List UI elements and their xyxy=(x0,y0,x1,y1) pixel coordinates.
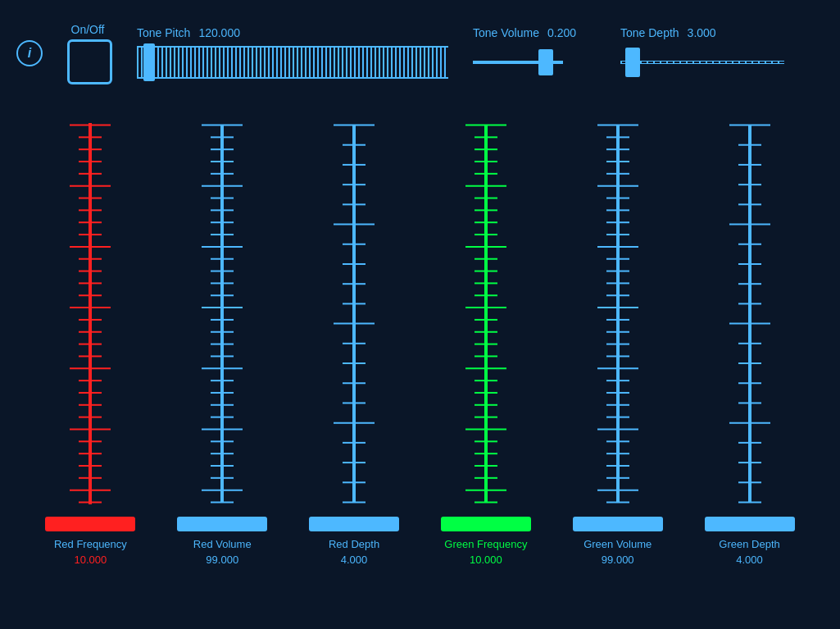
top-bar: i On/Off Tone Pitch 120.000 Tone Volume … xyxy=(0,0,840,107)
green-depth-group: Green Depth 4.000 xyxy=(705,123,795,566)
green-depth-ticks xyxy=(713,123,787,513)
tone-pitch-group: Tone Pitch 120.000 xyxy=(137,26,448,80)
tone-volume-label: Tone Volume xyxy=(473,26,539,39)
tone-volume-track xyxy=(473,44,596,80)
red-depth-name: Red Depth xyxy=(329,538,379,550)
red-volume-value: 99.000 xyxy=(206,554,238,566)
tone-depth-label: Tone Depth xyxy=(620,26,679,39)
green-frequency-value: 10.000 xyxy=(470,554,502,566)
green-frequency-slider[interactable] xyxy=(449,123,523,513)
red-depth-value: 4.000 xyxy=(341,554,368,566)
info-icon[interactable]: i xyxy=(16,40,43,66)
green-volume-name: Green Volume xyxy=(583,538,652,550)
tone-depth-group: Tone Depth 3.000 xyxy=(620,26,792,80)
green-freq-ticks xyxy=(449,123,523,513)
red-volume-slider[interactable] xyxy=(185,123,259,513)
red-depth-slider[interactable] xyxy=(317,123,391,513)
sliders-area: /* ticks drawn below */ Red Frequency 10… xyxy=(0,107,840,582)
green-depth-value: 4.000 xyxy=(736,554,763,566)
tone-pitch-thumb[interactable] xyxy=(143,43,155,81)
green-volume-handle[interactable] xyxy=(573,517,663,531)
green-volume-value: 99.000 xyxy=(602,554,634,566)
on-off-label: On/Off xyxy=(71,23,105,36)
green-depth-handle[interactable] xyxy=(705,517,795,531)
red-depth-handle[interactable] xyxy=(309,517,399,531)
tone-depth-track xyxy=(620,44,792,80)
green-volume-group: Green Volume 99.000 xyxy=(573,123,663,566)
tone-volume-value: 0.200 xyxy=(547,26,576,39)
red-volume-name: Red Volume xyxy=(193,538,252,550)
tone-pitch-value: 120.000 xyxy=(198,26,240,39)
tone-volume-group: Tone Volume 0.200 xyxy=(473,26,596,80)
green-depth-slider[interactable] xyxy=(713,123,787,513)
on-off-section: On/Off xyxy=(67,23,112,84)
red-frequency-name: Red Frequency xyxy=(54,538,127,550)
red-frequency-group: /* ticks drawn below */ Red Frequency 10… xyxy=(45,123,135,566)
red-freq-ticks xyxy=(53,123,127,513)
on-off-button[interactable] xyxy=(67,39,112,84)
green-frequency-group: Green Frequency 10.000 xyxy=(441,123,531,566)
red-depth-group: Red Depth 4.000 xyxy=(309,123,399,566)
red-depth-ticks xyxy=(317,123,391,513)
green-frequency-handle[interactable] xyxy=(441,517,531,531)
red-volume-handle[interactable] xyxy=(177,517,267,531)
tone-volume-thumb[interactable] xyxy=(538,49,553,75)
green-depth-name: Green Depth xyxy=(719,538,779,550)
tone-pitch-label: Tone Pitch xyxy=(137,26,190,39)
red-frequency-slider[interactable]: /* ticks drawn below */ xyxy=(53,123,127,513)
tone-pitch-track xyxy=(137,44,448,80)
tone-depth-thumb[interactable] xyxy=(625,48,640,77)
green-volume-slider[interactable] xyxy=(581,123,655,513)
green-vol-ticks xyxy=(581,123,655,513)
red-vol-ticks xyxy=(185,123,259,513)
tone-depth-value: 3.000 xyxy=(688,26,716,39)
red-frequency-value: 10.000 xyxy=(75,554,107,566)
green-frequency-name: Green Frequency xyxy=(444,538,527,550)
red-volume-group: Red Volume 99.000 xyxy=(177,123,267,566)
red-frequency-handle[interactable] xyxy=(45,517,135,531)
